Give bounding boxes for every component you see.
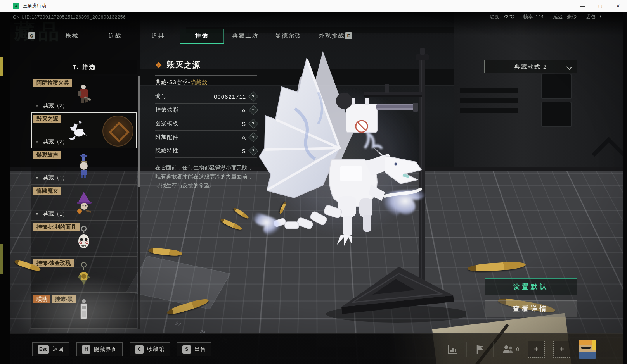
filter-button[interactable]: 筛选	[31, 60, 137, 74]
shortcut-buttons: Esc 返回 H 隐藏界面 C 收藏馆 S 出售	[32, 342, 211, 356]
collection-style-dropdown[interactable]: 典藏款式 2	[484, 60, 577, 73]
bottom-bar: Esc 返回 H 隐藏界面 C 收藏馆 S 出售	[0, 333, 627, 364]
plus-icon: +	[559, 345, 564, 354]
tab-prev-key-badge: Q	[28, 32, 35, 39]
grade-value: S	[242, 121, 246, 127]
hidden-variant-label: 隐藏款	[190, 79, 208, 85]
thumb-witch	[72, 190, 95, 215]
charm-description: 在它面前，任何生物都显得渺小而无助，唯有勇敢者才能在这股寒冷的力量面前，寻找生存…	[155, 163, 257, 190]
back-shortcut[interactable]: Esc 返回	[32, 342, 69, 356]
set-default-button[interactable]: 设置默认	[485, 278, 577, 295]
detail-row-hidden-trait: 隐藏特性S ?	[155, 144, 257, 158]
list-item-burst-drumbeat[interactable]: 爆裂鼓声 ✕典藏（1）	[31, 148, 137, 185]
collection-count-icon: ✕	[34, 103, 40, 109]
h-key-badge: H	[82, 345, 90, 354]
left-edge-strip	[0, 12, 10, 364]
tab-appearance-challenge[interactable]: 外观挑战	[310, 29, 353, 43]
charm-list: 阿萨拉喷火兵 ✕典藏（2） 毁灭之源 ✕典藏（2）	[31, 76, 137, 329]
empty-slot-2[interactable]: +	[553, 341, 570, 358]
list-item-billys-mask[interactable]: 挂饰-比利的面具	[31, 221, 137, 257]
collection-emblem	[102, 116, 133, 147]
stat-packet-loss: 丢包-/-	[586, 14, 603, 20]
collection-hall-shortcut[interactable]: C 收藏馆	[130, 342, 170, 356]
window-controls: — ▢ ✕	[573, 0, 627, 12]
collection-count-icon: ✕	[34, 175, 40, 181]
thumb-gold-rose	[72, 261, 95, 288]
charm-detail-panel: ❖ 毁灭之源 典藏-S3赛季-隐藏款 编号000621711 ? 挂饰炫彩A ?…	[155, 60, 257, 190]
sell-shortcut[interactable]: S 出售	[177, 342, 211, 356]
linkage-badge: 联动	[33, 295, 50, 303]
uid-text: CN UID:187399127205251126399_20260313225…	[13, 14, 126, 20]
collection-count-icon: ✕	[34, 211, 40, 217]
help-icon[interactable]: ?	[248, 146, 258, 155]
list-item-source-of-destruction[interactable]: 毁灭之源 ✕典藏（2）	[31, 112, 137, 148]
stat-temperature: 温度:72℃	[490, 14, 514, 20]
social-count: 0	[516, 346, 519, 352]
bar-chart-icon	[448, 345, 458, 354]
detail-row-extra-accessory: 附加配件A ?	[155, 131, 257, 144]
filter-funnel-icon	[73, 65, 78, 70]
plus-icon: +	[534, 345, 539, 354]
hide-ui-shortcut[interactable]: H 隐藏界面	[76, 342, 123, 356]
chevron-down-icon	[566, 64, 573, 70]
minimize-button[interactable]: —	[573, 0, 591, 12]
collection-count-icon: ✕	[34, 139, 40, 145]
performance-stats: 温度:72℃ 帧率144 延迟-毫秒 丢包-/-	[490, 14, 603, 20]
stat-fps: 帧率144	[523, 14, 544, 20]
charm-emblem-icon: ❖	[155, 60, 163, 70]
help-icon[interactable]: ?	[248, 105, 258, 115]
grade-value: A	[242, 134, 246, 141]
dragon-charm-3d-model[interactable]	[248, 47, 466, 326]
category-tabs: 枪械 近战 道具 挂饰 典藏工坊 曼德尔砖 外观挑战	[50, 29, 353, 43]
case-chevron-mark	[592, 137, 626, 171]
help-icon[interactable]: ?	[248, 119, 258, 128]
grade-value: A	[242, 107, 246, 114]
bottom-right-icons: 0 + +	[448, 339, 596, 359]
charm-tier: 典藏-S3赛季-隐藏款	[155, 75, 257, 90]
scrollbar-thumb[interactable]	[138, 76, 140, 187]
tab-melee[interactable]: 近战	[94, 29, 137, 43]
banner-button[interactable]	[475, 344, 485, 354]
thumb-blue-charm	[72, 154, 95, 179]
people-icon	[502, 345, 514, 354]
maximize-button[interactable]: ▢	[591, 0, 609, 12]
serial-value: 000621711	[214, 93, 246, 100]
charm-title: 毁灭之源	[167, 60, 201, 70]
logo-triangle-glyph: ▲	[14, 4, 18, 8]
app-window: ▲ 三角洲行动 — ▢ ✕ 藏品	[0, 0, 627, 364]
help-icon[interactable]: ?	[248, 91, 258, 101]
detail-row-serial: 编号000621711 ?	[155, 90, 257, 104]
list-item-asara-flamethrower[interactable]: 阿萨拉喷火兵 ✕典藏（2）	[31, 76, 137, 112]
charm-title-row: ❖ 毁灭之源	[155, 60, 257, 70]
stats-chart-button[interactable]	[448, 345, 458, 354]
stat-latency: 延迟-毫秒	[553, 14, 577, 20]
os-titlebar: ▲ 三角洲行动 — ▢ ✕	[0, 0, 627, 12]
view-details-button[interactable]: 查看详情	[485, 300, 577, 317]
thumb-soldier	[72, 81, 96, 107]
detail-row-charm-colorway: 挂饰炫彩A ?	[155, 104, 257, 117]
c-key-badge: C	[135, 345, 144, 354]
esc-key-badge: Esc	[38, 345, 49, 354]
list-item-lazy-witch[interactable]: 慵懒魔女 ✕典藏（1）	[31, 185, 137, 221]
close-button[interactable]: ✕	[609, 0, 627, 12]
s-key-badge: S	[182, 345, 191, 354]
flag-icon	[475, 344, 485, 354]
empty-slot-1[interactable]: +	[528, 341, 545, 358]
grade-value: S	[242, 148, 246, 154]
detail-row-pattern-template: 图案模板S ?	[155, 117, 257, 131]
list-item-linkage-black-charm[interactable]: 联动 挂饰-黑	[31, 293, 137, 329]
player-avatar[interactable]	[579, 340, 596, 359]
app-logo-icon: ▲	[13, 3, 19, 9]
list-item-corroded-gold-rose[interactable]: 挂饰-蚀金玫瑰	[31, 257, 137, 293]
tab-items[interactable]: 道具	[137, 29, 180, 43]
window-title: 三角洲行动	[23, 3, 46, 9]
hud-top-bar: CN UID:187399127205251126399_20260313225…	[13, 14, 603, 20]
list-scrollbar[interactable]	[138, 76, 140, 329]
tab-charms[interactable]: 挂饰	[180, 29, 223, 43]
help-icon[interactable]: ?	[248, 132, 258, 142]
tab-guns[interactable]: 枪械	[50, 29, 94, 43]
tab-collection-workshop[interactable]: 典藏工坊	[224, 29, 267, 43]
tab-mandel-brick[interactable]: 曼德尔砖	[267, 29, 310, 43]
social-button[interactable]: 0	[502, 345, 519, 354]
right-edge-strip	[623, 12, 627, 364]
